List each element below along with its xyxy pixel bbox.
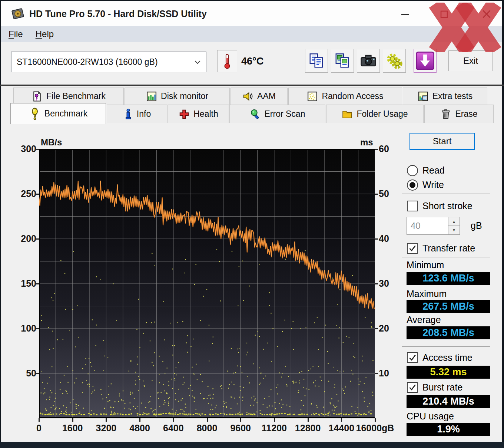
separator	[402, 346, 490, 347]
tab-health[interactable]: Health	[168, 105, 229, 123]
left-axis-tick: 150	[10, 278, 36, 289]
right-axis-tick-mark	[375, 283, 378, 284]
left-axis-tick: 300	[10, 144, 36, 154]
write-radio[interactable]	[407, 179, 418, 191]
minimize-button[interactable]	[398, 8, 412, 20]
x-axis-tick-mark	[173, 418, 174, 422]
x-axis-tick-mark	[375, 418, 376, 422]
short-stroke-spinner[interactable]: 40 ▲ ▼	[407, 217, 460, 235]
tab-label: Benchmark	[44, 109, 87, 119]
spin-up-button[interactable]: ▲	[448, 217, 460, 226]
cpu-usage-label: CPU usage	[407, 411, 454, 422]
benchmark-chart	[39, 149, 375, 418]
start-label: Start	[433, 136, 452, 146]
right-axis-tick-mark	[375, 194, 378, 195]
start-button[interactable]: Start	[410, 133, 475, 150]
x-axis-tick-mark	[106, 418, 107, 422]
tab-label: Info	[137, 109, 151, 119]
x-axis-tick-mark	[341, 418, 342, 422]
x-axis-tick-mark	[139, 418, 140, 422]
copy-text-button[interactable]	[305, 49, 328, 73]
right-axis-tick: 20	[379, 323, 389, 334]
check-icon	[408, 354, 417, 362]
right-axis-unit: ms	[360, 137, 373, 148]
disk-monitor-icon	[146, 91, 157, 102]
burst-rate-checkbox[interactable]	[407, 382, 418, 393]
drive-select-dropdown[interactable]: ST16000NE000-2RW103 (16000 gB)	[11, 52, 206, 72]
write-label: Write	[422, 179, 444, 190]
lightbulb-icon	[29, 108, 41, 120]
left-axis-tick: 250	[10, 188, 36, 199]
right-axis-tick: 60	[379, 144, 389, 154]
read-radio[interactable]	[407, 165, 418, 176]
temperature-button[interactable]	[217, 50, 237, 72]
tab-error-scan[interactable]: Error Scan	[229, 105, 325, 123]
tab-erase[interactable]: Erase	[424, 105, 494, 123]
radio-dot	[410, 182, 415, 188]
left-axis-tick: 100	[10, 323, 36, 334]
read-label: Read	[422, 165, 445, 176]
spinner-buttons: ▲ ▼	[448, 217, 460, 234]
tab-random-access[interactable]: Random Access	[288, 88, 402, 105]
check-icon	[408, 244, 417, 253]
right-axis-tick-mark	[375, 328, 378, 329]
tab-label: File Benchmark	[46, 91, 106, 101]
access-time-checkbox[interactable]	[407, 352, 418, 363]
exit-button[interactable]: Exit	[448, 50, 493, 71]
minimize-icon	[400, 9, 410, 19]
copy-image-button[interactable]	[331, 49, 354, 73]
right-axis-tick: 40	[379, 233, 389, 244]
right-axis-tick-mark	[375, 373, 378, 374]
maximum-value: 267.5 MB/s	[407, 300, 490, 313]
window-title: HD Tune Pro 5.70 - Hard Disk/SSD Utility	[29, 9, 207, 19]
toolbar-separator	[0, 85, 504, 86]
access-time-label: Access time	[422, 352, 472, 363]
trash-icon	[440, 109, 451, 120]
tab-disk-monitor[interactable]: Disk monitor	[125, 88, 230, 105]
separator	[402, 159, 490, 159]
tab-info[interactable]: Info	[107, 105, 168, 123]
short-stroke-checkbox[interactable]	[407, 201, 418, 211]
tab-file-benchmark[interactable]: File Benchmark	[13, 88, 124, 105]
options-button[interactable]	[383, 49, 406, 73]
right-axis-tick: 50	[379, 188, 389, 199]
thermometer-icon	[222, 53, 232, 70]
tab-extra-tests[interactable]: Extra tests	[403, 88, 487, 105]
title-bar: HD Tune Pro 5.70 - Hard Disk/SSD Utility	[1, 1, 502, 26]
tab-aam[interactable]: AAM	[231, 88, 288, 105]
maximum-label: Maximum	[407, 289, 447, 299]
x-axis-tick: 16000gB	[353, 423, 397, 434]
spin-down-button[interactable]: ▼	[448, 226, 460, 234]
burst-rate-label: Burst rate	[422, 382, 462, 393]
tab-label: Random Access	[322, 91, 383, 101]
tab-label: AAM	[257, 91, 276, 101]
right-axis-tick-mark	[375, 238, 378, 240]
file-benchmark-icon	[32, 91, 43, 102]
health-cross-icon	[179, 109, 190, 120]
menu-help[interactable]: Help	[30, 29, 59, 39]
save-results-button[interactable]	[414, 49, 437, 73]
copy-text-icon	[308, 52, 325, 69]
info-icon	[123, 109, 133, 120]
transfer-rate-checkbox[interactable]	[407, 243, 418, 254]
tab-label: Health	[193, 109, 218, 119]
x-axis-tick-mark	[72, 418, 73, 422]
copy-image-icon	[334, 52, 351, 69]
tab-folder-usage[interactable]: Folder Usage	[326, 105, 424, 123]
tab-benchmark[interactable]: Benchmark	[10, 103, 106, 124]
x-axis-tick-mark	[308, 418, 309, 422]
speaker-icon	[242, 91, 253, 102]
tab-label: Error Scan	[265, 109, 305, 119]
x-axis-tick-mark	[240, 418, 241, 422]
average-label: Average	[407, 314, 441, 325]
window-bottom-frame	[0, 442, 504, 448]
burst-rate-value: 210.4 MB/s	[407, 395, 490, 408]
check-icon	[408, 383, 417, 392]
x-axis-tick-mark	[274, 418, 275, 422]
magnifier-icon	[250, 109, 261, 120]
gears-icon	[385, 52, 403, 70]
separator	[402, 257, 490, 257]
screenshot-button[interactable]	[357, 49, 380, 73]
menu-file[interactable]: File	[3, 29, 28, 39]
average-value: 208.5 MB/s	[407, 326, 490, 339]
